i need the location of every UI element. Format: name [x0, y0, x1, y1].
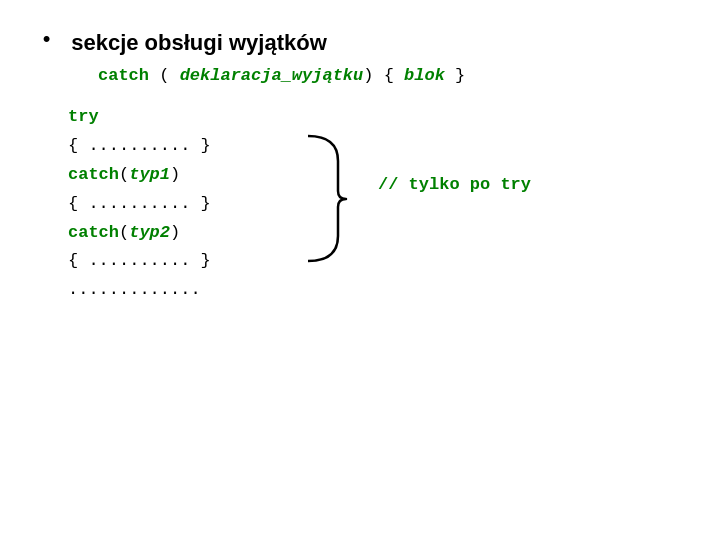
- code-block: try { .......... } catch ( typ1 ) { ....…: [68, 103, 680, 305]
- page: • sekcje obsługi wyjątków catch ( deklar…: [0, 0, 720, 335]
- catch1-line: catch ( typ1 ): [68, 161, 680, 190]
- block-line-2: { .......... }: [68, 190, 680, 219]
- trailing-dots-line: .............: [68, 276, 680, 305]
- bullet-icon: •: [40, 28, 53, 53]
- block-line-3: { .......... }: [68, 247, 680, 276]
- block-content-1: { .......... }: [68, 132, 211, 161]
- catch2-line: catch ( typ2 ): [68, 219, 680, 248]
- syntax-decl: deklaracja_wyjątku: [180, 66, 364, 85]
- catch1-mid: (: [119, 161, 129, 190]
- block-content-2: { .......... }: [68, 190, 211, 219]
- catch1-suffix: ): [170, 161, 180, 190]
- bullet-section: • sekcje obsługi wyjątków: [40, 30, 680, 56]
- catch2-type: typ2: [129, 219, 170, 248]
- catch2-suffix: ): [170, 219, 180, 248]
- block-content-3: { .......... }: [68, 247, 211, 276]
- brace-bracket: [298, 131, 348, 277]
- catch1-keyword: catch: [68, 161, 119, 190]
- syntax-blok: blok: [404, 66, 445, 85]
- section-heading: sekcje obsługi wyjątków: [71, 30, 327, 56]
- block-line-1: { .......... }: [68, 132, 680, 161]
- syntax-close: }: [445, 66, 465, 85]
- comment-label: // tylko po try: [378, 171, 531, 200]
- syntax-line: catch ( deklaracja_wyjątku) { blok }: [98, 66, 680, 85]
- catch-keyword-syntax: catch: [98, 66, 149, 85]
- try-keyword: try: [68, 103, 99, 132]
- catch2-mid: (: [119, 219, 129, 248]
- catch2-keyword: catch: [68, 219, 119, 248]
- syntax-rest: ) {: [363, 66, 404, 85]
- try-label-line: try: [68, 103, 680, 132]
- trailing-dots: .............: [68, 276, 201, 305]
- syntax-paren-open: (: [149, 66, 180, 85]
- catch1-type: typ1: [129, 161, 170, 190]
